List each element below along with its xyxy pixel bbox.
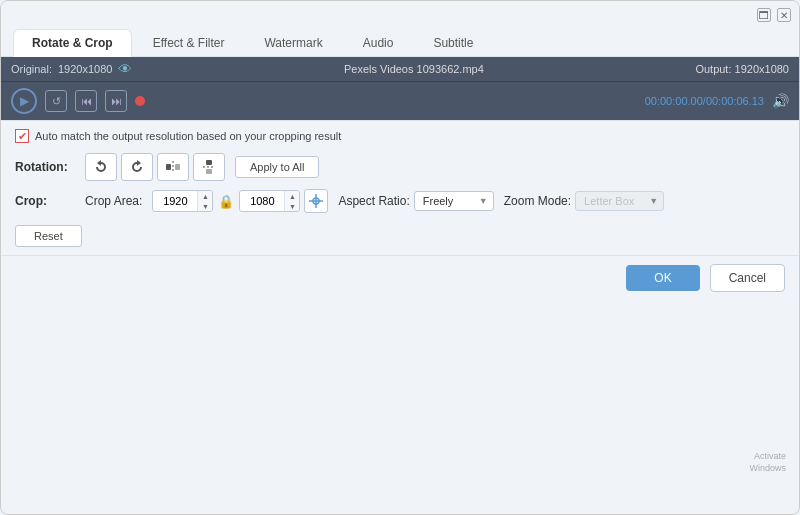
record-indicator <box>135 96 145 106</box>
skip-start-button[interactable]: ⏮ <box>75 90 97 112</box>
aspect-ratio-select-wrapper: Freely 16:9 4:3 1:1 9:16 ▼ <box>414 191 494 211</box>
title-bar: 🗖 ✕ <box>1 1 799 29</box>
close-button[interactable]: ✕ <box>777 8 791 22</box>
crop-width-input[interactable] <box>153 192 197 210</box>
volume-icon[interactable]: 🔊 <box>772 93 789 109</box>
restore-button[interactable]: 🗖 <box>757 8 771 22</box>
crop-width-up[interactable]: ▲ <box>198 191 212 201</box>
ok-button[interactable]: OK <box>626 265 699 291</box>
reset-row: Reset <box>15 225 785 247</box>
play-button[interactable]: ▶ <box>11 88 37 114</box>
zoom-mode-label: Zoom Mode: <box>504 194 571 208</box>
rotate-left-button[interactable] <box>85 153 117 181</box>
lock-icon[interactable]: 🔒 <box>217 192 235 210</box>
time-current: 00:00:00.00 <box>645 95 703 107</box>
activate-watermark: Activate Windows <box>749 450 786 475</box>
tabs-bar: Rotate & Crop Effect & Filter Watermark … <box>1 29 799 57</box>
aspect-ratio-select[interactable]: Freely 16:9 4:3 1:1 9:16 <box>414 191 494 211</box>
rotation-buttons <box>85 153 225 181</box>
crop-width-spin: ▲ ▼ <box>197 191 212 211</box>
controls-rows: Rotation: <box>15 153 785 247</box>
footer: OK Cancel <box>1 255 799 300</box>
auto-match-checkbox[interactable]: ✔ <box>15 129 29 143</box>
crop-height-spin: ▲ ▼ <box>284 191 299 211</box>
tab-effect-filter[interactable]: Effect & Filter <box>134 29 244 56</box>
original-res: 1920x1080 <box>58 63 112 75</box>
tab-rotate-crop[interactable]: Rotate & Crop <box>13 29 132 57</box>
rotation-label: Rotation: <box>15 160 75 174</box>
rotation-row: Rotation: <box>15 153 785 181</box>
auto-match-label: Auto match the output resolution based o… <box>35 130 341 142</box>
rotate-right-button[interactable] <box>121 153 153 181</box>
eye-icon[interactable]: 👁 <box>118 61 132 77</box>
crosshair-button[interactable] <box>304 189 328 213</box>
aspect-ratio-group: Aspect Ratio: Freely 16:9 4:3 1:1 9:16 ▼ <box>338 191 493 211</box>
reset-button[interactable]: Reset <box>15 225 82 247</box>
tab-audio[interactable]: Audio <box>344 29 413 56</box>
output-label: Output: <box>695 63 731 75</box>
flip-vertical-button[interactable] <box>193 153 225 181</box>
playback-bar: ▶ ↺ ⏮ ⏭ 00:00:00.00/00:00:06.13 🔊 <box>1 81 799 120</box>
output-info: Output: 1920x1080 <box>695 63 789 75</box>
crop-width-down[interactable]: ▼ <box>198 201 212 211</box>
time-total: 00:00:06.13 <box>706 95 764 107</box>
apply-all-button[interactable]: Apply to All <box>235 156 319 178</box>
filename-display: Pexels Videos 1093662.mp4 <box>140 63 687 75</box>
svg-rect-4 <box>206 169 212 174</box>
zoom-mode-select-wrapper: Letter Box Pan & Scan Full ▼ <box>575 191 664 211</box>
crop-width-input-wrapper: ▲ ▼ <box>152 190 213 212</box>
crop-height-input[interactable] <box>240 192 284 210</box>
zoom-mode-group: Zoom Mode: Letter Box Pan & Scan Full ▼ <box>504 191 664 211</box>
crop-label: Crop: <box>15 194 75 208</box>
aspect-ratio-label: Aspect Ratio: <box>338 194 409 208</box>
checkbox-check-icon: ✔ <box>18 130 27 143</box>
tab-subtitle[interactable]: Subtitle <box>414 29 492 56</box>
crop-area-label: Crop Area: <box>85 194 142 208</box>
original-label: Original: <box>11 63 52 75</box>
crop-row: Crop: Crop Area: ▲ ▼ 🔒 ▲ ▼ <box>15 189 785 213</box>
bottom-panel: ✔ Auto match the output resolution based… <box>1 120 799 255</box>
time-display: 00:00:00.00/00:00:06.13 <box>645 95 764 107</box>
crop-height-input-wrapper: ▲ ▼ <box>239 190 300 212</box>
tab-watermark[interactable]: Watermark <box>245 29 341 56</box>
output-res: 1920x1080 <box>735 63 789 75</box>
auto-match-row: ✔ Auto match the output resolution based… <box>15 129 785 143</box>
crop-height-up[interactable]: ▲ <box>285 191 299 201</box>
flip-horizontal-button[interactable] <box>157 153 189 181</box>
svg-rect-3 <box>206 160 212 165</box>
svg-rect-0 <box>166 164 171 170</box>
cancel-button[interactable]: Cancel <box>710 264 785 292</box>
svg-rect-1 <box>175 164 180 170</box>
crop-height-down[interactable]: ▼ <box>285 201 299 211</box>
loop-button[interactable]: ↺ <box>45 90 67 112</box>
crop-area-group: ▲ ▼ 🔒 ▲ ▼ <box>152 189 328 213</box>
zoom-mode-select[interactable]: Letter Box Pan & Scan Full <box>575 191 664 211</box>
original-info: Original: 1920x1080 👁 <box>11 61 132 77</box>
video-info-bar: Original: 1920x1080 👁 Pexels Videos 1093… <box>1 57 799 81</box>
skip-end-button[interactable]: ⏭ <box>105 90 127 112</box>
